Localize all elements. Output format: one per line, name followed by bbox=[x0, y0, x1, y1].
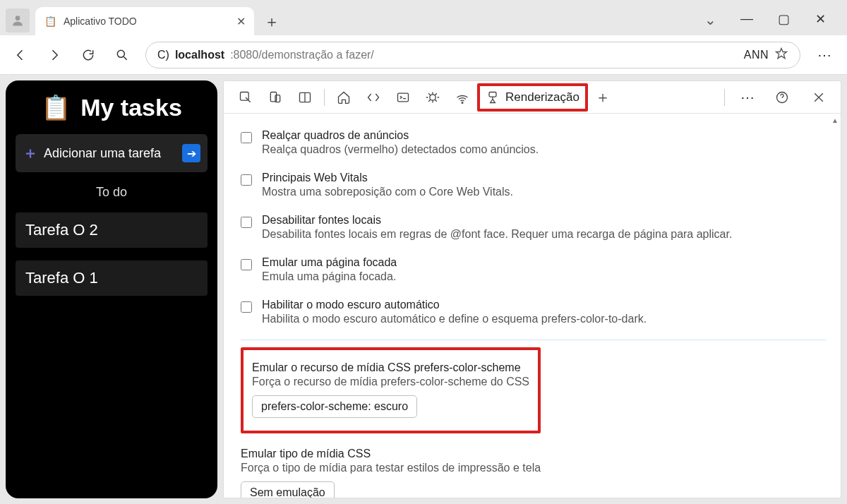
option-row: Realçar quadros de anúncios Realça quadr… bbox=[241, 124, 827, 166]
content-area: 📋 My tasks ＋ Adicionar uma tarefa ➔ To d… bbox=[0, 75, 847, 504]
task-item[interactable]: Tarefa O 1 bbox=[16, 260, 208, 296]
plus-icon: ＋ bbox=[23, 143, 38, 164]
url-scheme: C) bbox=[157, 49, 169, 61]
devtools-panel: Renderização ＋ ⋯ Realçar quadros de anún… bbox=[223, 80, 841, 498]
profile-button[interactable] bbox=[6, 8, 30, 32]
window-controls: ⌄ ― ▢ ✕ bbox=[702, 11, 841, 35]
checkbox-disable-local-fonts[interactable] bbox=[241, 217, 252, 228]
separator bbox=[724, 89, 725, 106]
checkbox-web-vitals[interactable] bbox=[241, 174, 252, 186]
add-task-label: Adicionar uma tarefa bbox=[44, 146, 176, 161]
console-icon[interactable] bbox=[388, 86, 418, 109]
devtools-tabbar: Renderização ＋ ⋯ bbox=[224, 81, 841, 114]
separator bbox=[324, 89, 325, 106]
option-row: Emular uma página focada Emula uma págin… bbox=[241, 251, 827, 293]
section-title: Emular tipo de mídia CSS bbox=[241, 448, 827, 460]
scroll-up-icon[interactable]: ▲ bbox=[831, 116, 839, 124]
browser-window: 📋 Aplicativo TODO ✕ ＋ ⌄ ― ▢ ✕ C) localho… bbox=[0, 0, 847, 504]
svg-rect-7 bbox=[398, 93, 409, 102]
option-label: Principais Web Vitals bbox=[262, 172, 513, 184]
option-row: Desabilitar fontes locais Desabilita fon… bbox=[241, 208, 827, 251]
section-title: Emular o recurso de mídia CSS prefers-co… bbox=[252, 361, 529, 374]
section-heading: To do bbox=[16, 185, 208, 200]
svg-point-8 bbox=[430, 94, 435, 100]
toolbar: C) localhost :8080/demonstração a fazer/… bbox=[0, 35, 847, 75]
new-tab-button[interactable]: ＋ bbox=[260, 10, 284, 34]
more-menu-button[interactable]: ⋯ bbox=[813, 47, 837, 64]
divider bbox=[241, 340, 827, 340]
browser-tab[interactable]: 📋 Aplicativo TODO ✕ bbox=[35, 7, 254, 35]
option-label: Emular uma página focada bbox=[262, 256, 397, 269]
svg-rect-10 bbox=[489, 92, 496, 97]
emulate-media-section: Emular tipo de mídia CSS Força o tipo de… bbox=[241, 443, 827, 498]
option-label: Desabilitar fontes locais bbox=[262, 214, 732, 227]
help-icon[interactable] bbox=[767, 86, 797, 109]
clipboard-icon: 📋 bbox=[44, 15, 56, 28]
section-desc: Força o tipo de mídia para testar estilo… bbox=[241, 462, 827, 474]
todo-app: 📋 My tasks ＋ Adicionar uma tarefa ➔ To d… bbox=[6, 80, 217, 498]
option-desc: Realça quadros (vermelho) detectados com… bbox=[262, 143, 539, 156]
maximize-button[interactable]: ▢ bbox=[775, 11, 792, 28]
highlighted-section: Emular o recurso de mídia CSS prefers-co… bbox=[241, 347, 541, 433]
scrollbar[interactable]: ▲ bbox=[831, 116, 839, 300]
url-host: localhost bbox=[175, 49, 224, 61]
favorite-icon[interactable] bbox=[774, 47, 788, 64]
svg-point-1 bbox=[117, 50, 124, 57]
clipboard-icon: 📋 bbox=[41, 93, 71, 121]
svg-point-9 bbox=[462, 102, 463, 103]
submit-task-button[interactable]: ➔ bbox=[182, 144, 200, 162]
elements-icon[interactable] bbox=[359, 86, 388, 109]
option-desc: Habilita o modo escuro automático e defi… bbox=[262, 313, 647, 325]
prefers-color-scheme-select[interactable]: prefers-color-scheme: escuro bbox=[252, 395, 417, 418]
tab-close-button[interactable]: ✕ bbox=[236, 15, 246, 28]
option-desc: Mostra uma sobreposição com o Core Web V… bbox=[262, 186, 513, 198]
rendering-panel: Realçar quadros de anúncios Realça quadr… bbox=[224, 114, 841, 498]
app-heading: 📋 My tasks bbox=[16, 93, 208, 121]
bug-icon[interactable] bbox=[418, 86, 447, 109]
task-item[interactable]: Tarefa O 2 bbox=[16, 212, 208, 248]
title-bar: 📋 Aplicativo TODO ✕ ＋ ⌄ ― ▢ ✕ bbox=[0, 0, 847, 35]
network-icon[interactable] bbox=[447, 86, 477, 109]
close-devtools-button[interactable] bbox=[804, 86, 834, 109]
rendering-tab-label: Renderização bbox=[505, 90, 579, 104]
rendering-tab[interactable]: Renderização bbox=[477, 83, 588, 112]
device-toggle-icon[interactable] bbox=[260, 86, 290, 109]
inspect-icon[interactable] bbox=[231, 86, 260, 109]
app-title-text: My tasks bbox=[80, 94, 182, 121]
section-desc: Força o recurso de mídia prefers-color-s… bbox=[252, 376, 529, 388]
svg-point-0 bbox=[16, 16, 20, 20]
option-row: Principais Web Vitals Mostra uma sobrepo… bbox=[241, 166, 827, 208]
profile-badge: ANN bbox=[744, 49, 769, 61]
option-label: Realçar quadros de anúncios bbox=[262, 129, 539, 142]
chevron-down-icon[interactable]: ⌄ bbox=[702, 11, 719, 28]
add-task-input[interactable]: ＋ Adicionar uma tarefa ➔ bbox=[16, 134, 208, 172]
dock-icon[interactable] bbox=[290, 86, 320, 109]
option-row: Habilitar o modo escuro automático Habil… bbox=[241, 293, 827, 335]
address-bar[interactable]: C) localhost :8080/demonstração a fazer/… bbox=[145, 42, 800, 68]
forward-button[interactable] bbox=[44, 44, 65, 66]
option-desc: Desabilita fontes locais em regras de @f… bbox=[262, 228, 732, 241]
back-button[interactable] bbox=[10, 44, 31, 66]
media-type-select[interactable]: Sem emulação bbox=[241, 481, 335, 498]
checkbox-auto-dark-mode[interactable] bbox=[241, 301, 252, 313]
checkbox-ad-frames[interactable] bbox=[241, 132, 252, 143]
add-tab-button[interactable]: ＋ bbox=[588, 86, 618, 109]
checkbox-emulate-focused[interactable] bbox=[241, 259, 252, 270]
search-button[interactable] bbox=[112, 44, 133, 66]
url-path: :8080/demonstração a fazer/ bbox=[230, 49, 374, 61]
option-desc: Emula uma página focada. bbox=[262, 270, 397, 283]
devtools-more-button[interactable]: ⋯ bbox=[736, 89, 760, 106]
minimize-button[interactable]: ― bbox=[738, 11, 755, 28]
tab-title: Aplicativo TODO bbox=[64, 16, 229, 27]
reload-button[interactable] bbox=[78, 44, 99, 66]
close-window-button[interactable]: ✕ bbox=[812, 11, 829, 28]
option-label: Habilitar o modo escuro automático bbox=[262, 299, 647, 311]
home-icon[interactable] bbox=[329, 86, 359, 109]
